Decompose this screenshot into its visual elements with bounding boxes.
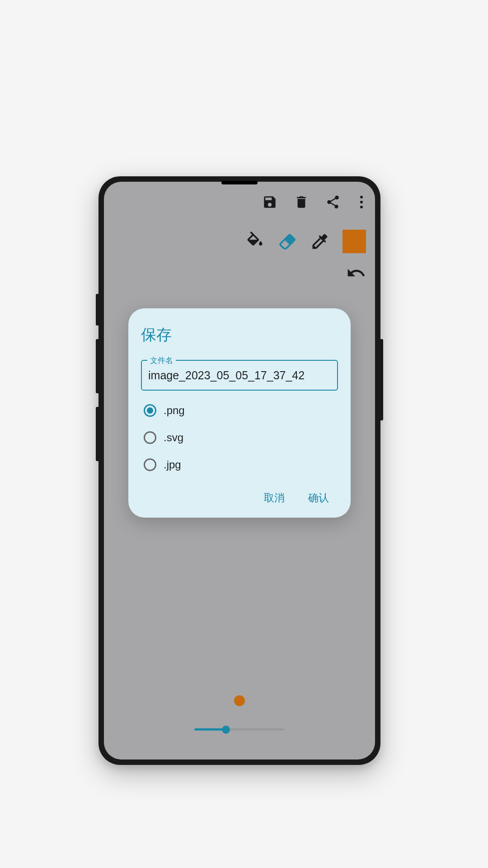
dialog-actions: 取消 确认 [141, 491, 338, 505]
format-radio-jpg[interactable]: .jpg [144, 458, 338, 471]
eyedropper-icon[interactable] [310, 231, 330, 251]
phone-notch [221, 181, 258, 184]
slider-thumb[interactable] [222, 726, 230, 734]
radio-label: .png [164, 404, 185, 417]
cancel-button[interactable]: 取消 [264, 491, 285, 505]
confirm-button[interactable]: 确认 [308, 491, 329, 505]
radio-label: .svg [164, 431, 183, 444]
phone-side-button [96, 339, 99, 393]
radio-circle-icon [144, 458, 156, 471]
tools-row [245, 230, 366, 253]
trash-icon[interactable] [294, 194, 309, 210]
overflow-menu-icon[interactable] [357, 194, 366, 210]
radio-label: .jpg [164, 458, 181, 471]
dialog-title: 保存 [141, 325, 338, 345]
radio-circle-icon [144, 431, 156, 444]
phone-frame: 保存 文件名 .png .svg .jpg [99, 176, 380, 765]
format-radio-group: .png .svg .jpg [141, 404, 338, 471]
brush-size-slider[interactable] [194, 728, 285, 731]
top-toolbar [262, 194, 366, 210]
slider-fill [194, 728, 226, 731]
brush-size-preview [234, 695, 245, 706]
paint-bucket-icon[interactable] [245, 231, 265, 251]
color-swatch[interactable] [343, 230, 366, 253]
phone-side-button [96, 294, 99, 326]
undo-icon[interactable] [346, 263, 366, 283]
app-screen: 保存 文件名 .png .svg .jpg [104, 182, 375, 760]
phone-side-button [380, 339, 383, 420]
phone-side-button [96, 407, 99, 461]
share-icon[interactable] [325, 194, 341, 210]
filename-input-wrapper: 文件名 [141, 360, 338, 391]
format-radio-svg[interactable]: .svg [144, 431, 338, 444]
filename-label: 文件名 [147, 355, 176, 366]
radio-circle-icon [144, 404, 156, 417]
eraser-icon[interactable] [277, 231, 297, 251]
save-icon[interactable] [262, 194, 277, 210]
format-radio-png[interactable]: .png [144, 404, 338, 417]
save-dialog: 保存 文件名 .png .svg .jpg [128, 308, 351, 518]
